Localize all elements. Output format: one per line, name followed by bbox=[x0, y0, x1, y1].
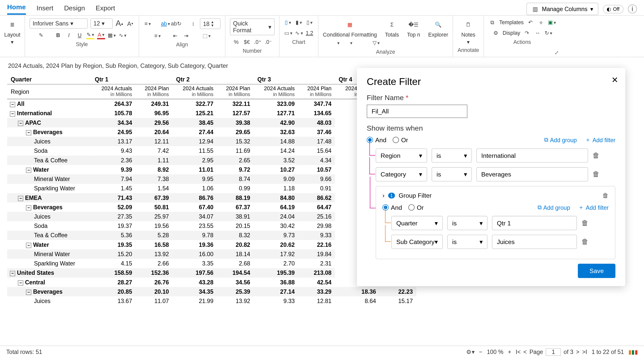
operator-select[interactable]: is▾ bbox=[447, 216, 488, 230]
last-page-icon[interactable]: >I bbox=[582, 348, 587, 355]
value-select[interactable]: Qtr 1 bbox=[492, 216, 577, 230]
expand-icon[interactable]: − bbox=[26, 243, 31, 248]
tab-design[interactable]: Design bbox=[64, 4, 85, 14]
delete-filter-icon[interactable]: 🗑 bbox=[581, 219, 589, 227]
cell[interactable]: 96.95 bbox=[136, 109, 173, 118]
filter-name-input[interactable] bbox=[367, 105, 467, 118]
cell[interactable]: 12.94 bbox=[173, 137, 217, 146]
expand-icon[interactable]: − bbox=[18, 280, 23, 286]
currency-icon[interactable]: $€ bbox=[243, 38, 251, 46]
field-select[interactable]: Region▾ bbox=[376, 148, 427, 163]
cell[interactable]: 8.74 bbox=[217, 174, 254, 184]
table-row[interactable]: Mineral Water15.2013.9216.0018.1417.9219… bbox=[7, 250, 416, 259]
expand-icon[interactable]: − bbox=[26, 168, 31, 173]
orientation-icon[interactable]: ab↻ bbox=[172, 20, 180, 28]
cell[interactable]: 22.16 bbox=[298, 240, 335, 250]
display-icon[interactable]: ⚙ bbox=[492, 29, 500, 37]
table-row[interactable]: −International105.7896.95125.21127.57127… bbox=[7, 109, 416, 118]
templates-icon[interactable]: ⧉ bbox=[488, 18, 496, 26]
table-row[interactable]: −Beverages20.8520.1034.3525.3927.1433.29… bbox=[7, 287, 416, 296]
group-add-filter-button[interactable]: ＋Add filter bbox=[578, 203, 609, 212]
cell[interactable]: 14.88 bbox=[254, 137, 298, 146]
cell[interactable]: 322.77 bbox=[173, 99, 217, 109]
font-size-select[interactable]: 12▾ bbox=[90, 18, 113, 29]
field-select[interactable]: Quarter▾ bbox=[391, 216, 443, 230]
field-select[interactable]: Category▾ bbox=[376, 167, 427, 182]
cell[interactable]: 134.65 bbox=[298, 109, 335, 118]
table-row[interactable]: −EMEA71.4367.3986.7688.1984.8086.62 bbox=[7, 193, 416, 203]
value-select[interactable]: Juices bbox=[492, 235, 577, 249]
table-row[interactable]: −United States158.59152.36197.56194.5419… bbox=[7, 268, 416, 278]
cell[interactable]: 39.38 bbox=[217, 118, 254, 128]
cell[interactable]: 127.57 bbox=[217, 109, 254, 118]
collapse-icon[interactable]: › bbox=[382, 192, 384, 199]
info-icon[interactable]: i bbox=[628, 5, 637, 13]
cell[interactable]: 10.57 bbox=[298, 165, 335, 174]
tab-home[interactable]: Home bbox=[7, 3, 26, 15]
indent-left-icon[interactable]: ⇤ bbox=[171, 32, 179, 40]
expand-icon[interactable]: − bbox=[26, 205, 31, 211]
cell[interactable]: 84.80 bbox=[254, 193, 298, 203]
page-input[interactable]: 1 bbox=[546, 348, 561, 355]
table-row[interactable]: Sparkling Water1.451.541.060.991.180.91 bbox=[7, 184, 416, 193]
cell[interactable]: 5.28 bbox=[136, 231, 173, 240]
cell[interactable]: 19.37 bbox=[91, 221, 136, 231]
cell[interactable]: 8.92 bbox=[136, 165, 173, 174]
manage-columns-button[interactable]: ▥ Manage Columns ▾ bbox=[526, 3, 598, 15]
percent-icon[interactable]: % bbox=[232, 38, 240, 46]
cell[interactable]: 20.15 bbox=[217, 221, 254, 231]
group-or-radio[interactable]: Or bbox=[408, 204, 424, 211]
filter-icon[interactable]: ▽ bbox=[372, 39, 380, 47]
cell[interactable]: 15.64 bbox=[298, 146, 335, 156]
settings-icon[interactable]: ⚙▾ bbox=[466, 348, 474, 356]
table-row[interactable]: −Water19.3516.5819.3620.8220.6222.16 bbox=[7, 240, 416, 250]
cell[interactable]: 17.48 bbox=[298, 137, 335, 146]
cell[interactable]: 4.34 bbox=[298, 156, 335, 165]
cell[interactable]: 2.65 bbox=[217, 156, 254, 165]
table-row[interactable]: −Water9.398.9211.019.7210.2710.57 bbox=[7, 165, 416, 174]
cell[interactable]: 48.03 bbox=[298, 118, 335, 128]
cf-dropdown[interactable] bbox=[336, 40, 339, 46]
font-family-select[interactable]: Inforiver Sans▾ bbox=[30, 18, 88, 29]
cell[interactable]: 9.33 bbox=[254, 296, 298, 306]
cell[interactable]: 158.59 bbox=[91, 268, 136, 278]
cell[interactable]: 27.44 bbox=[173, 128, 217, 137]
table-row[interactable]: Tea & Coffee5.365.289.788.329.739.33 bbox=[7, 231, 416, 240]
valign-icon[interactable]: ≡ bbox=[144, 20, 152, 28]
cell[interactable]: 34.56 bbox=[217, 278, 254, 287]
prev-page-icon[interactable]: < bbox=[523, 348, 527, 355]
close-icon[interactable]: ✕ bbox=[611, 75, 618, 85]
row-height-input[interactable]: 18▴▾ bbox=[200, 18, 221, 29]
cell[interactable]: 23.55 bbox=[173, 221, 217, 231]
bars-icon[interactable]: ▮▮▮ bbox=[628, 348, 638, 355]
table-row[interactable]: Mineral Water7.947.389.958.749.099.66 bbox=[7, 174, 416, 184]
cell[interactable]: 50.81 bbox=[136, 203, 173, 212]
cell[interactable]: 3.35 bbox=[173, 259, 217, 268]
zoom-out-icon[interactable]: − bbox=[479, 348, 482, 355]
cell[interactable]: 15.32 bbox=[217, 137, 254, 146]
reset-icon[interactable]: ⟡ bbox=[537, 18, 545, 26]
chart-numfmt[interactable]: 1.2 bbox=[306, 30, 313, 36]
increase-decimal-icon[interactable]: .0⁺ bbox=[254, 38, 262, 46]
cell[interactable]: 0.91 bbox=[298, 184, 335, 193]
table-row[interactable]: Soda19.3719.5623.5520.1530.4229.98 bbox=[7, 221, 416, 231]
halign-icon[interactable]: ≡ bbox=[153, 32, 161, 40]
cell[interactable]: 13.17 bbox=[91, 137, 136, 146]
conditional-formatting-button[interactable]: ▦Conditional Formatting bbox=[323, 18, 377, 38]
cell[interactable]: 0.99 bbox=[217, 184, 254, 193]
table-row[interactable]: Soda9.437.4211.5511.6914.2415.64 bbox=[7, 146, 416, 156]
cell[interactable]: 213.08 bbox=[298, 268, 335, 278]
cell[interactable]: 19.36 bbox=[173, 240, 217, 250]
cell[interactable]: 18.36 bbox=[335, 287, 379, 296]
cell[interactable]: 8.32 bbox=[217, 231, 254, 240]
add-group-button[interactable]: ⧉Add group bbox=[544, 136, 577, 144]
cell[interactable]: 20.64 bbox=[136, 128, 173, 137]
font-color-icon[interactable]: A bbox=[97, 31, 105, 39]
cell[interactable]: 36.88 bbox=[254, 278, 298, 287]
cell[interactable]: 25.16 bbox=[298, 212, 335, 221]
cell[interactable]: 8.64 bbox=[335, 296, 379, 306]
clear-format-icon[interactable]: ∿ bbox=[119, 31, 127, 39]
expand-icon[interactable]: − bbox=[18, 121, 23, 126]
cell[interactable]: 13.92 bbox=[217, 296, 254, 306]
cell[interactable]: 67.40 bbox=[173, 203, 217, 212]
